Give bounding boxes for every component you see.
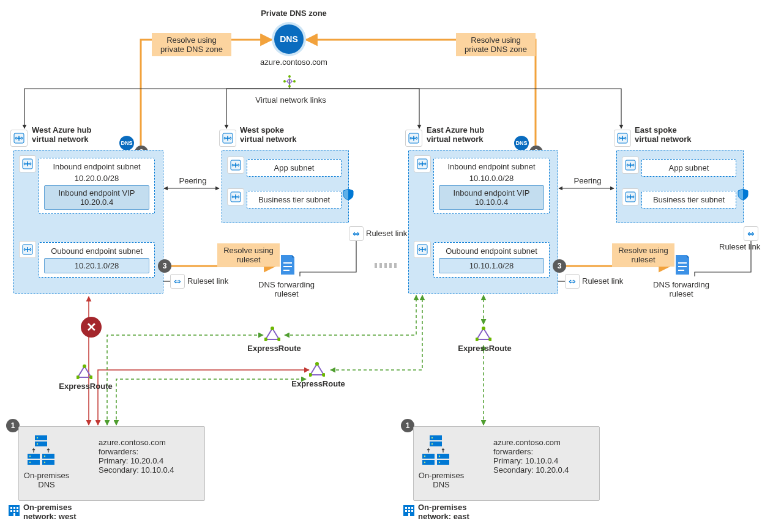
inbound-cidr: 10.20.0.0/28 <box>44 174 149 183</box>
west-hub-title: West Azure hub virtual network <box>32 125 92 144</box>
dns-zone-domain: azure.contoso.com <box>233 57 355 67</box>
east-spoke-vnet-icon <box>614 130 631 147</box>
step-3-east: 3 <box>553 259 566 273</box>
fwd-label: forwarders: <box>493 447 569 456</box>
west-spoke-panel: App subnet Business tier subnet <box>222 150 349 223</box>
east-hub-title: East Azure hub virtual network <box>427 125 484 144</box>
onprem-east-panel: On-premises DNS azure.contoso.com forwar… <box>413 426 600 501</box>
west-hub-vnet-icon <box>10 130 28 147</box>
subnet-icon <box>19 241 36 258</box>
east-spoke-panel: App subnet Business tier subnet <box>616 150 744 223</box>
ruleset-link-label-east-hub: Ruleset link <box>582 276 623 286</box>
east-hub-dns-icon: DNS <box>514 136 529 150</box>
dns-forwarding-ruleset-label-east: DNS forwarding ruleset <box>644 280 718 298</box>
callout-resolve-ruleset-east: Resolve using ruleset <box>612 243 674 267</box>
fwd-primary: Primary: 10.20.0.4 <box>99 456 174 465</box>
dns-forwarding-ruleset-label-west: DNS forwarding ruleset <box>250 280 323 298</box>
west-hub-panel: Inbound endpoint subnet 10.20.0.0/28 Inb… <box>13 150 163 294</box>
callout-resolve-pdz-east: Resolve using private DNS zone <box>456 33 536 56</box>
west-spoke-vnet-icon <box>219 130 236 147</box>
east-spoke-title: East spoke virtual network <box>635 125 691 144</box>
callout-resolve-pdz-west: Resolve using private DNS zone <box>152 33 231 56</box>
expressroute-label-east: ExpressRoute <box>454 344 515 353</box>
inbound-vip: Inbound endpoint VIP 10.20.0.4 <box>44 185 149 210</box>
east-spoke-app-subnet: App subnet <box>641 159 736 177</box>
subnet-icon <box>19 155 36 172</box>
ruleset-link-label-west-spoke: Ruleset link <box>366 229 407 238</box>
subnet-icon <box>227 157 244 174</box>
onprem-east-title: On-premises network: east <box>418 503 469 521</box>
fwd-label: forwarders: <box>99 447 174 456</box>
subnet-icon <box>622 188 639 205</box>
ruleset-link-label-west-hub: Ruleset link <box>187 276 228 286</box>
ruleset-link-icon-east-spoke: ⇔ <box>744 226 758 241</box>
building-icon-west <box>7 504 21 517</box>
onprem-east-fwd: azure.contoso.com forwarders: Primary: 1… <box>493 438 569 475</box>
expressroute-icon-mid1 <box>264 327 280 342</box>
onprem-west-title: On-premises network: west <box>23 503 77 521</box>
page-title: Private DNS zone <box>233 9 355 18</box>
west-spoke-biz-subnet: Business tier subnet <box>247 191 342 209</box>
shield-icon <box>342 188 354 201</box>
peering-label-east: Peering <box>566 176 609 185</box>
expressroute-icon-mid2 <box>309 362 325 378</box>
onprem-dns-label: On-premises DNS <box>414 471 469 489</box>
onprem-west-fwd: azure.contoso.com forwarders: Primary: 1… <box>99 438 174 475</box>
west-hub-outbound-subnet: Oubound endpoint subnet 10.20.1.0/28 <box>39 242 155 278</box>
fwd-secondary: Secondary: 10.10.0.4 <box>99 465 174 475</box>
outbound-subnet-label: Oubound endpoint subnet <box>439 246 544 256</box>
expressroute-label-mid1: ExpressRoute <box>244 344 305 353</box>
peering-label-west: Peering <box>171 176 214 185</box>
dns-zone-icon: DNS <box>274 24 304 54</box>
outbound-subnet-label: Oubound endpoint subnet <box>44 246 149 256</box>
outbound-cidr: 10.10.1.0/28 <box>439 258 544 273</box>
west-hub-inbound-subnet: Inbound endpoint subnet 10.20.0.0/28 Inb… <box>39 158 155 214</box>
inbound-vip: Inbound endpoint VIP 10.10.0.4 <box>439 185 544 210</box>
expressroute-label-west: ExpressRoute <box>55 382 116 391</box>
inbound-subnet-label: Inbound endpoint subnet <box>44 162 149 171</box>
ruleset-link-icon-west-spoke: ⇔ <box>349 226 364 241</box>
ruleset-link-icon-east-hub: ⇔ <box>565 274 580 289</box>
inbound-subnet-label: Inbound endpoint subnet <box>439 162 544 171</box>
onprem-dns-label: On-premises DNS <box>19 471 74 489</box>
subnet-icon <box>414 155 431 172</box>
shield-icon <box>737 188 749 201</box>
outbound-cidr: 10.20.1.0/28 <box>44 258 149 273</box>
step-1-east: 1 <box>401 419 414 432</box>
expressroute-icon-east <box>476 327 491 342</box>
fwd-primary: Primary: 10.10.0.4 <box>493 456 569 465</box>
expressroute-label-mid2: ExpressRoute <box>288 379 349 388</box>
west-hub-dns-icon: DNS <box>119 136 134 150</box>
subnet-icon <box>622 157 639 174</box>
ruleset-link-icon-west-hub: ⇔ <box>170 274 185 289</box>
ruleset-link-label-east-spoke: Ruleset link <box>719 242 760 251</box>
step-3-west: 3 <box>158 259 171 273</box>
west-spoke-title: West spoke virtual network <box>240 125 296 144</box>
west-spoke-app-subnet: App subnet <box>247 159 342 177</box>
vnet-links-label: Virtual network links <box>242 95 340 105</box>
expressroute-icon-west <box>77 364 92 380</box>
subnet-icon <box>227 188 244 205</box>
subnet-icon <box>414 241 431 258</box>
servers-icon <box>422 435 450 466</box>
vnet-links-icon <box>283 75 296 90</box>
east-hub-outbound-subnet: Oubound endpoint subnet 10.10.1.0/28 <box>433 242 550 278</box>
east-hub-panel: Inbound endpoint subnet 10.10.0.0/28 Inb… <box>408 150 558 294</box>
fwd-domain: azure.contoso.com <box>99 438 174 447</box>
east-spoke-biz-subnet: Business tier subnet <box>641 191 736 209</box>
onprem-west-panel: On-premises DNS azure.contoso.com forwar… <box>18 426 205 501</box>
region-divider <box>375 263 399 268</box>
fwd-domain: azure.contoso.com <box>493 438 569 447</box>
east-hub-vnet-icon <box>405 130 422 147</box>
fwd-secondary: Secondary: 10.20.0.4 <box>493 465 569 475</box>
callout-resolve-ruleset-west: Resolve using ruleset <box>217 243 280 267</box>
inbound-cidr: 10.10.0.0/28 <box>439 174 544 183</box>
east-hub-inbound-subnet: Inbound endpoint subnet 10.10.0.0/28 Inb… <box>433 158 550 214</box>
ruleset-icon-west <box>278 254 297 276</box>
failure-icon: ✕ <box>81 317 102 338</box>
ruleset-icon-east <box>673 254 692 276</box>
building-icon-east <box>402 504 416 517</box>
step-1-west: 1 <box>6 419 20 432</box>
servers-icon <box>28 435 56 466</box>
